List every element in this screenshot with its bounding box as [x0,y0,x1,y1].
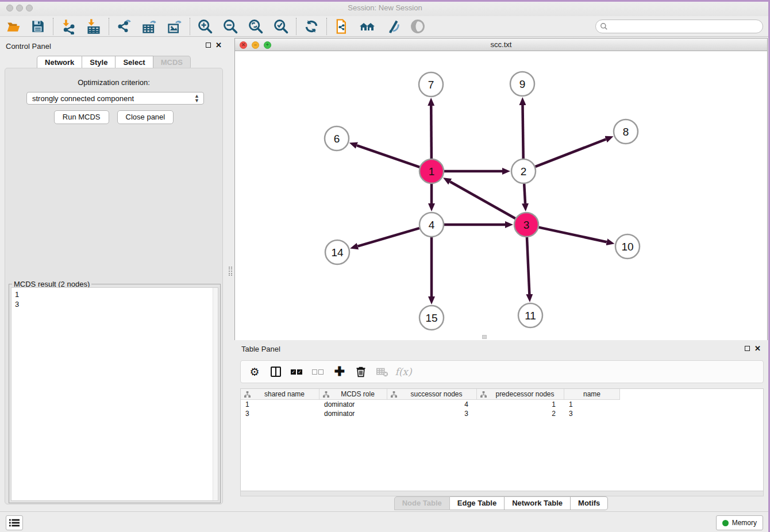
import-table-icon[interactable] [86,18,102,34]
tab-motifs[interactable]: Motifs [571,496,608,510]
node-table: shared name MCDS role successor nodes pr… [240,388,764,491]
edge-1-7[interactable] [431,106,432,159]
network-window-title: scc.txt [235,40,767,49]
export-table-icon[interactable] [141,18,157,34]
clone-network-icon[interactable] [334,18,350,34]
export-image-icon[interactable] [167,18,183,34]
edge-4-14[interactable] [358,228,419,246]
attribute-type-icon [323,391,329,398]
zoom-out-icon[interactable] [222,18,238,34]
select-all-icon[interactable]: ✓✓ [290,365,304,379]
float-table-panel-icon[interactable] [745,346,750,351]
list-icon [9,518,20,527]
table-bottom-strip [240,491,764,496]
home-layout-icon[interactable] [359,18,375,34]
graphics-details-icon[interactable] [384,18,401,34]
toolbar-separator [326,18,327,35]
column-header-name[interactable]: name [564,389,620,400]
birdseye-view-icon[interactable] [410,18,426,34]
delete-row-icon[interactable] [354,365,368,379]
toolbar-separator [190,18,190,35]
column-header-mcds-role[interactable]: MCDS role [319,389,387,400]
attribute-type-icon [391,391,397,398]
tab-network-table[interactable]: Network Table [505,496,571,510]
memory-status-icon [722,520,729,526]
edge-2-9[interactable] [522,105,523,159]
mcds-pane: Optimization criterion: strongly connect… [5,68,223,504]
table-row[interactable]: 1 dominator 4 1 1 [241,400,763,409]
show-columns-icon[interactable] [269,365,283,379]
cell-predecessor-nodes: 1 [477,400,564,409]
task-history-button[interactable] [6,515,23,530]
edge-3-11[interactable] [527,237,529,294]
toolbar-separator [296,18,297,35]
edge-2-8[interactable] [536,139,606,167]
toolbar-separator [109,18,109,35]
graph-node-label: 6 [334,133,340,145]
table-panel: Table Panel ✕ ⚙ ✓✓ ✚ f(x) shared name MC… [234,342,768,510]
edge-arrowhead [444,178,450,182]
graph-node-label: 3 [523,219,530,231]
graph-node-label: 2 [521,165,527,178]
edge-3-1[interactable] [450,182,515,218]
close-panel-button[interactable]: Close panel [117,110,174,124]
network-window-titlebar[interactable]: ✕ − + scc.txt [235,38,767,51]
edge-1-6[interactable] [357,145,419,167]
refresh-icon[interactable] [303,18,319,34]
column-header-successor-nodes[interactable]: successor nodes [387,389,477,400]
cell-shared-name: 3 [241,409,319,418]
criterion-select[interactable]: strongly connected component ▲▼ [26,92,204,105]
memory-button[interactable]: Memory [716,515,763,530]
graph-node-label: 11 [525,310,536,322]
edge-arrowhead [350,143,357,145]
optimization-criterion-label: Optimization criterion: [5,78,222,87]
graph-node-label: 7 [428,79,434,91]
close-table-panel-icon[interactable]: ✕ [754,345,761,352]
float-panel-icon[interactable] [206,43,211,48]
column-header-predecessor-nodes[interactable]: predecessor nodes [477,389,564,400]
edge-2-3[interactable] [524,184,525,203]
edge-3-10[interactable] [539,228,607,242]
table-header-row: shared name MCDS role successor nodes pr… [241,389,763,400]
tab-node-table[interactable]: Node Table [394,496,450,510]
close-panel-icon[interactable]: ✕ [215,42,222,48]
column-header-shared-name[interactable]: shared name [241,389,319,400]
cell-mcds-role: dominator [319,409,387,418]
add-row-icon[interactable]: ✚ [333,365,346,379]
zoom-fit-icon[interactable] [248,18,264,34]
memory-label: Memory [732,519,757,527]
network-canvas[interactable]: 1234678910111415 [235,51,767,340]
edge-arrowhead [525,203,526,211]
save-session-icon[interactable] [30,18,46,34]
attribute-type-icon [244,391,251,398]
search-input[interactable] [595,20,763,33]
window-frame-top [0,0,770,2]
cell-name: 1 [564,400,620,409]
tab-edge-table[interactable]: Edge Table [450,496,505,510]
cell-successor-nodes: 3 [387,409,477,418]
export-network-icon[interactable] [116,18,132,34]
import-network-icon[interactable] [60,18,76,34]
zoom-in-icon[interactable] [197,18,213,34]
run-mcds-button[interactable]: Run MCDS [54,110,109,124]
delete-table-icon[interactable] [375,365,389,379]
edge-arrowhead [529,294,530,302]
cell-shared-name: 1 [241,400,319,409]
function-builder-icon[interactable]: f(x) [396,365,410,379]
panel-splitter[interactable] [229,267,232,276]
result-scrollbar[interactable] [213,288,218,500]
edge-arrowhead [606,137,613,140]
table-settings-icon[interactable]: ⚙ [248,365,261,379]
window-title: Session: New Session [0,3,770,12]
open-session-icon[interactable] [6,18,22,34]
table-row[interactable]: 3 dominator 3 2 3 [241,409,763,418]
mcds-result-textarea[interactable]: 1 3 [11,287,218,501]
zoom-selected-icon[interactable] [273,18,289,34]
deselect-all-icon[interactable] [311,365,325,379]
criterion-select-value: strongly connected component [32,94,134,103]
graph-node-label: 4 [429,219,435,231]
canvas-scroll-thumb[interactable] [482,335,487,339]
graph-node-label: 14 [331,246,344,259]
search-icon [600,22,608,30]
network-view-window: ✕ − + scc.txt 1234678910111415 [234,38,768,340]
